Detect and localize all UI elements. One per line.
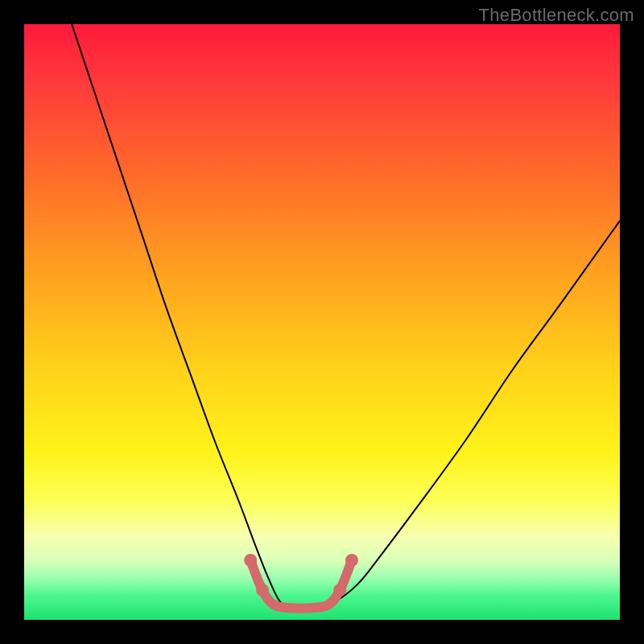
optimal-dot	[244, 554, 257, 567]
gradient-background	[24, 24, 620, 620]
plot-area	[24, 24, 620, 620]
chart-svg	[24, 24, 620, 620]
watermark-label: TheBottleneck.com	[479, 5, 634, 26]
optimal-dot	[345, 554, 358, 567]
optimal-dot	[256, 584, 269, 597]
chart-frame: TheBottleneck.com	[0, 0, 644, 644]
optimal-dot	[333, 584, 346, 597]
